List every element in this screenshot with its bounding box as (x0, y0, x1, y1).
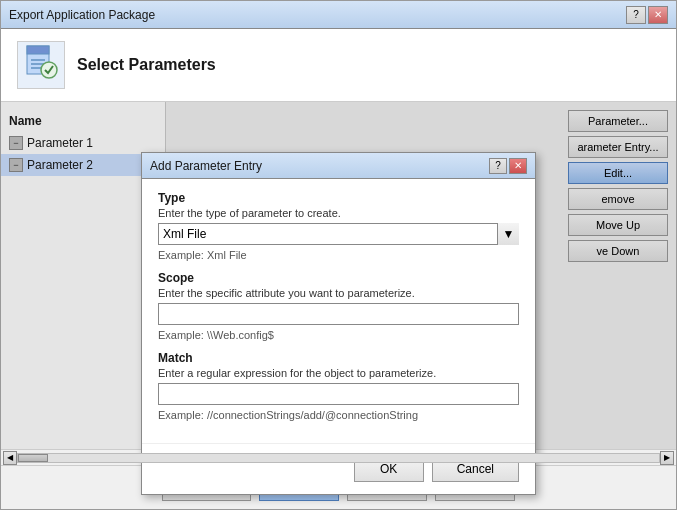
type-section: Type Enter the type of parameter to crea… (158, 191, 519, 261)
svg-rect-1 (27, 46, 49, 54)
close-button[interactable]: ✕ (648, 6, 668, 24)
main-header: Select Parameters (1, 29, 676, 102)
body-area: Name − Parameter 1 − Parameter 2 Paramet… (1, 102, 676, 449)
main-window: Export Application Package ? ✕ (0, 0, 677, 510)
wizard-icon (17, 41, 65, 89)
match-section: Match Enter a regular expression for the… (158, 351, 519, 421)
type-select-wrapper: Xml File String Integer Boolean ▼ (158, 223, 519, 245)
wizard-icon-inner (23, 44, 59, 87)
scope-section: Scope Enter the specific attribute you w… (158, 271, 519, 341)
match-example: Example: //connectionStrings/add/@connec… (158, 409, 519, 421)
scope-label: Scope (158, 271, 519, 285)
help-button[interactable]: ? (626, 6, 646, 24)
match-input[interactable] (158, 383, 519, 405)
scrollbar-thumb[interactable] (18, 454, 48, 462)
main-titlebar: Export Application Package ? ✕ (1, 1, 676, 29)
scrollbar-track (17, 453, 660, 463)
modal-body: Type Enter the type of parameter to crea… (142, 179, 535, 443)
modal-overlay: Add Parameter Entry ? ✕ Type Enter the t… (1, 102, 676, 449)
scroll-left-button[interactable]: ◀ (3, 451, 17, 465)
type-example: Example: Xml File (158, 249, 519, 261)
main-title-buttons: ? ✕ (626, 6, 668, 24)
match-description: Enter a regular expression for the objec… (158, 367, 519, 379)
add-parameter-entry-dialog: Add Parameter Entry ? ✕ Type Enter the t… (141, 152, 536, 495)
main-content: Select Parameters Name − Parameter 1 − P… (1, 29, 676, 509)
match-label: Match (158, 351, 519, 365)
modal-close-button[interactable]: ✕ (509, 158, 527, 174)
scroll-right-button[interactable]: ▶ (660, 451, 674, 465)
modal-titlebar: Add Parameter Entry ? ✕ (142, 153, 535, 179)
scope-example: Example: \\Web.config$ (158, 329, 519, 341)
section-title: Select Parameters (77, 56, 216, 74)
scope-description: Enter the specific attribute you want to… (158, 287, 519, 299)
main-window-title: Export Application Package (9, 8, 155, 22)
modal-title: Add Parameter Entry (150, 159, 262, 173)
scope-input[interactable] (158, 303, 519, 325)
modal-title-buttons: ? ✕ (489, 158, 527, 174)
type-select[interactable]: Xml File String Integer Boolean (158, 223, 519, 245)
modal-help-button[interactable]: ? (489, 158, 507, 174)
type-description: Enter the type of parameter to create. (158, 207, 519, 219)
type-label: Type (158, 191, 519, 205)
modal-footer: OK Cancel (142, 443, 535, 494)
